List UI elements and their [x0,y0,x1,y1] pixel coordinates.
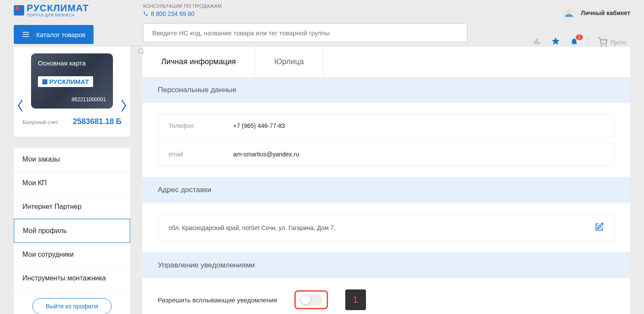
catalog-label: Каталог товаров [36,31,86,38]
card-carousel: Основная карта РУСКЛИМАТ 862211000001 Бо… [14,47,130,137]
search-wrap [143,23,467,52]
hamburger-icon [22,30,30,39]
cart-icon [598,37,607,47]
svg-point-10 [601,45,602,46]
phone-number: 8 800 234 69 80 [151,10,194,17]
phone-icon [143,11,148,16]
main: Основная карта РУСКЛИМАТ 862211000001 Бо… [0,47,644,314]
svg-rect-7 [534,40,535,44]
nav-kp[interactable]: Мои КП [14,171,130,195]
carousel-next-icon[interactable] [119,98,128,116]
favorites-icon[interactable] [551,37,560,48]
address-value: обл. Краснодарский край, notSet Сочи, ул… [169,224,335,231]
phone-link[interactable]: 8 800 234 69 80 [143,10,533,17]
notif-row: Разрешить всплывающие уведомления 1 [158,289,615,310]
svg-point-11 [605,45,606,46]
sidebar: Основная карта РУСКЛИМАТ 862211000001 Бо… [14,47,130,314]
header-mid: КОНСУЛЬТАЦИИ ПО ПРОДАЖАМ 8 800 234 69 80 [143,3,533,52]
phone-field-value: +7 (965) 446-77-83 [233,122,285,129]
loyalty-card[interactable]: Основная карта РУСКЛИМАТ 862211000001 [31,53,113,109]
section-address-body: обл. Краснодарский край, notSet Сочи, ул… [142,203,630,252]
notif-toggle[interactable] [300,294,322,305]
cart-text: Пусто [611,39,626,46]
section-notif-body: Разрешить всплывающие уведомления 1 [142,278,630,314]
nav-tools[interactable]: Инструменты монтажника [14,267,130,290]
carousel-prev-icon[interactable] [16,98,25,116]
edit-address-icon[interactable] [594,222,604,233]
account-link[interactable]: Личный кабинет [562,6,630,20]
svg-point-3 [138,49,143,53]
logo[interactable]: РУСКЛИМАТ ПОРТАЛ ДЛЯ БИЗНЕСА [14,3,143,17]
svg-rect-8 [536,38,538,44]
search-icon[interactable] [137,49,145,56]
nav-partner[interactable]: Интернет Партнер [14,195,130,219]
svg-line-4 [142,53,144,54]
section-personal-body: Телефон: +7 (965) 446-77-83 email: am-sm… [142,103,630,177]
search-input[interactable] [143,23,467,42]
bonus-label: Бонусный счет: [22,119,59,125]
logout-wrap: Выйти из профиля [14,290,130,314]
stats-icon[interactable] [533,37,541,47]
field-email: email: am-smartius@yandex.ru [158,143,615,166]
bonus-row: Бонусный счет: 2583681.18 Б [18,109,126,126]
logo-column: РУСКЛИМАТ ПОРТАЛ ДЛЯ БИЗНЕСА Каталог тов… [14,3,143,44]
step-indicator: 1 [345,289,366,310]
consult-label: КОНСУЛЬТАЦИИ ПО ПРОДАЖАМ [143,3,533,9]
address-row: обл. Краснодарский край, notSet Сочи, ул… [158,214,615,241]
phone-field-label: Телефон: [169,122,233,129]
notif-allow-label: Разрешить всплывающие уведомления [158,296,277,304]
sidebar-nav: Мои заказы Мои КП Интернет Партнер Мой п… [14,148,130,314]
header-right: Личный кабинет 1 Пусто [533,3,630,48]
avatar-icon [562,6,576,20]
section-address-header: Адрес доставки [142,177,630,203]
bonus-value: 2583681.18 Б [73,117,122,126]
catalog-button[interactable]: Каталог товаров [14,25,94,44]
section-personal-header: Персональные данные [142,77,630,103]
svg-point-6 [567,9,570,12]
logo-subtitle: ПОРТАЛ ДЛЯ БИЗНЕСА [27,13,89,17]
svg-rect-9 [538,42,540,44]
nav-employees[interactable]: Мои сотрудники [14,243,130,267]
notifications-icon[interactable]: 1 [570,37,578,47]
card-title: Основная карта [38,59,106,67]
email-field-value: am-smartius@yandex.ru [233,151,299,158]
cart-button[interactable]: Пусто [598,37,626,47]
section-notif-header: Управление уведомлениями [142,252,630,278]
nav-orders[interactable]: Мои заказы [14,148,130,171]
account-label: Личный кабинет [581,9,630,16]
card-brand: РУСКЛИМАТ [38,76,93,87]
card-number: 862211000001 [38,96,106,103]
nav-profile[interactable]: Мой профиль [14,219,130,243]
logo-mark-icon [14,5,24,16]
content: Личная информация Юрлица Персональные да… [142,47,630,314]
logo-text: РУСКЛИМАТ [27,3,89,13]
logout-button[interactable]: Выйти из профиля [32,298,112,314]
toggle-highlight [294,290,328,309]
header: РУСКЛИМАТ ПОРТАЛ ДЛЯ БИЗНЕСА Каталог тов… [0,0,644,47]
notif-badge: 1 [576,34,583,40]
field-phone: Телефон: +7 (965) 446-77-83 [158,114,615,137]
email-field-label: email: [169,151,233,158]
